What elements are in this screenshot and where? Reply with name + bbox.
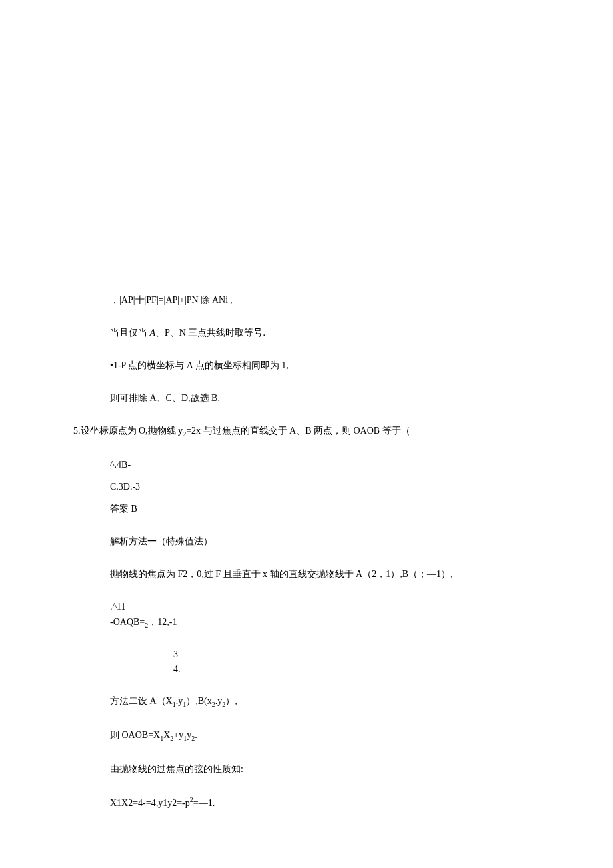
text: 3 <box>173 650 178 659</box>
text: 抛物线的焦点为 F2，0,过 F 且垂直于 x 轴的直线交抛物线于 A（2，1）… <box>110 569 453 579</box>
text-line: .^11 <box>110 600 613 614</box>
text: X1X2=4-=4,y1y2=-p <box>110 797 190 807</box>
text: .^11 <box>110 602 126 612</box>
text: C.3D.-3 <box>110 482 140 492</box>
text: ^.4B- <box>110 460 131 470</box>
text: 4. <box>173 664 181 674</box>
text: 5.设坐标原点为 O,抛物线 y <box>73 426 183 436</box>
text: 则可排除 A、C、D,故选 B. <box>110 393 220 403</box>
text: 方法二设 A（X <box>110 696 173 706</box>
text: +y <box>173 730 183 740</box>
text: ）,B(x <box>186 696 212 706</box>
text: 由抛物线的过焦点的弦的性质知: <box>110 764 243 774</box>
text: 、P、N 三点共线时取等号. <box>155 328 265 338</box>
text-line: 3 <box>173 649 613 661</box>
text-line: 则可排除 A、C、D,故选 B. <box>110 391 613 405</box>
text: 当且仅当 <box>110 328 150 338</box>
text: ，|AP|十|PF|=|AP|+|PN 除|ANi|, <box>110 295 232 305</box>
text: ）, <box>225 696 237 706</box>
text: 解析方法一（特殊值法） <box>110 536 213 546</box>
text: •1-P 点的横坐标与 A 点的横坐标相同即为 1, <box>110 360 289 370</box>
text-line: ，|AP|十|PF|=|AP|+|PN 除|ANi|, <box>110 293 613 307</box>
text-line: 抛物线的焦点为 F2，0,过 F 且垂直于 x 轴的直线交抛物线于 A（2，1）… <box>110 567 613 581</box>
text-line: 由抛物线的过焦点的弦的性质知: <box>110 762 613 776</box>
text: 则 OAOB=X <box>110 730 160 740</box>
method-2: 方法二设 A（X1.y1）,B(x2.y2）, <box>110 694 613 709</box>
document-page: ，|AP|十|PF|=|AP|+|PN 除|ANi|, 当且仅当 A、P、N 三… <box>0 0 613 868</box>
text-line: 当且仅当 A、P、N 三点共线时取等号. <box>110 326 613 340</box>
text: 答案 B <box>110 504 137 514</box>
text: =—1. <box>193 797 215 807</box>
text: = <box>186 426 191 436</box>
text: X <box>163 730 170 740</box>
text: . <box>195 730 197 740</box>
text: .y <box>215 696 223 706</box>
text: ，12,-1 <box>148 617 177 627</box>
method-1-heading: 解析方法一（特殊值法） <box>110 534 613 548</box>
option-ab: ^.4B- <box>110 458 613 472</box>
question-5: 5.设坐标原点为 O,抛物线 y2=2x 与过焦点的直线交于 A、B 两点，则 … <box>73 424 613 439</box>
text-italic: A <box>150 328 156 338</box>
answer: 答案 B <box>110 502 613 516</box>
text: .y <box>176 696 183 706</box>
option-cd: C.3D.-3 <box>110 480 613 494</box>
text-line: •1-P 点的横坐标与 A 点的横坐标相同即为 1, <box>110 358 613 372</box>
text-line: -OAQB=2，12,-1 <box>110 615 613 630</box>
text-line: 则 OAOB=X1X2+y1y2. <box>110 728 613 743</box>
text-line: X1X2=4-=4,y1y2=-p2=—1. <box>110 795 613 810</box>
text: -OAQB= <box>110 617 145 627</box>
text-line: 4. <box>173 663 613 675</box>
text: 2x 与过焦点的直线交于 A、B 两点，则 OAOB 等于（ <box>191 426 410 436</box>
